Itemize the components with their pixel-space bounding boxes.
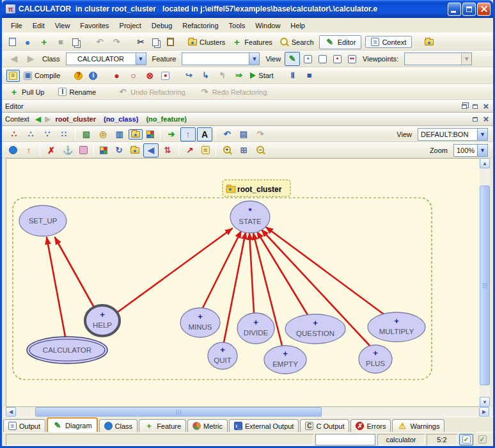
menu-item-debug[interactable]: Debug xyxy=(146,20,177,31)
tab-diagram[interactable]: ✎Diagram xyxy=(47,417,98,432)
rotate-icon[interactable]: ↻ xyxy=(111,143,127,157)
new-project-icon[interactable]: + xyxy=(36,35,52,49)
class-node-state[interactable]: *STATE xyxy=(230,201,270,233)
zoom-combo[interactable]: 100%▼ xyxy=(453,144,488,157)
tab-output[interactable]: ≡Output xyxy=(3,419,45,432)
inheritance-mode-icon[interactable]: ↑ xyxy=(180,127,196,141)
compile-status-icon[interactable]: ✓ xyxy=(475,434,489,445)
horizontal-scrollbar[interactable]: ◀ ▶ xyxy=(2,407,493,417)
create-inheritance-icon[interactable]: ↑ xyxy=(21,143,36,157)
maximize-button[interactable] xyxy=(462,3,476,16)
search-button[interactable]: Search xyxy=(276,35,317,49)
context-crumb-0[interactable]: root_cluster xyxy=(55,115,96,123)
erase-icon[interactable] xyxy=(77,144,90,156)
delete-icon[interactable]: ✗ xyxy=(43,143,59,157)
view-flat-icon[interactable]: • xyxy=(301,53,315,65)
class-node-calculator[interactable]: CALCULATOR xyxy=(27,337,107,364)
stop-icon[interactable]: ■ xyxy=(302,68,317,83)
class-relations-icon[interactable]: ∴ xyxy=(6,127,22,141)
maximize-context-icon[interactable] xyxy=(471,115,480,124)
tab-metric[interactable]: Metric xyxy=(187,419,228,432)
class-node-question[interactable]: +QUESTION xyxy=(285,314,345,344)
menu-item-refactoring[interactable]: Refactoring xyxy=(177,20,223,31)
text-labels-icon[interactable]: A xyxy=(197,127,212,141)
copy-icon[interactable] xyxy=(150,36,163,48)
order-links-icon[interactable]: ⇅ xyxy=(160,143,175,157)
step-into-icon[interactable]: ↳ xyxy=(198,68,213,83)
menu-item-help[interactable]: Help xyxy=(285,20,310,31)
pull-up-button[interactable]: +Pull Up xyxy=(6,85,47,99)
start-button[interactable]: Start xyxy=(248,70,276,81)
tab-errors[interactable]: ✗Errors xyxy=(350,419,391,432)
tab-class[interactable]: Class xyxy=(99,419,138,432)
menu-item-tools[interactable]: Tools xyxy=(224,20,251,31)
tab-external-output[interactable]: ›_External Output xyxy=(229,419,299,432)
inheritance-links-icon[interactable]: ∷ xyxy=(56,127,72,141)
save-as-icon[interactable] xyxy=(70,36,83,48)
external-commands-icon[interactable] xyxy=(422,37,436,47)
add-note-icon[interactable]: ≡ xyxy=(199,144,212,156)
menu-item-view[interactable]: View xyxy=(50,20,75,31)
class-combo[interactable]: CALCULATOR▼ xyxy=(66,52,146,65)
precompile-icon[interactable]: ? xyxy=(72,70,85,82)
view-editor-icon[interactable]: ✎ xyxy=(285,52,300,66)
menu-item-file[interactable]: File xyxy=(6,20,28,31)
menu-item-favorites[interactable]: Favorites xyxy=(75,20,114,31)
diagram-history-icon[interactable]: ▤ xyxy=(236,127,251,141)
tab-c-output[interactable]: CC Output xyxy=(300,419,349,432)
menu-item-edit[interactable]: Edit xyxy=(28,20,50,31)
enable-breakpoints-icon[interactable]: ● xyxy=(109,68,124,83)
compile-button[interactable]: ▣Compile xyxy=(21,70,63,82)
context-back-icon[interactable]: ◀ xyxy=(35,115,41,124)
view-clickable-icon[interactable] xyxy=(316,53,329,65)
debug-window-icon[interactable]: ● xyxy=(159,70,172,82)
tab-warnings[interactable]: ⚠Warnings xyxy=(392,419,444,432)
scroll-left-icon[interactable]: ◀ xyxy=(6,407,16,417)
crop-view-icon[interactable] xyxy=(128,145,142,156)
force-layout-icon[interactable]: ➔ xyxy=(164,127,179,141)
rename-button[interactable]: IRename xyxy=(56,86,98,98)
menu-item-window[interactable]: Window xyxy=(250,20,285,31)
class-node-plus[interactable]: +PLUS xyxy=(359,345,392,373)
diagram-undo-icon[interactable]: ↶ xyxy=(219,127,235,141)
viewpoints-combo-dropdown-icon[interactable]: ▼ xyxy=(461,53,471,65)
scroll-right-icon[interactable]: ▶ xyxy=(479,407,489,417)
class-node-set_up[interactable]: SET_UP xyxy=(19,205,67,236)
class-node-empty[interactable]: +EMPTY xyxy=(264,346,306,374)
project-settings-icon[interactable]: ≡ xyxy=(6,70,20,82)
export-document-icon[interactable]: ◎ xyxy=(95,127,111,141)
new-window-icon[interactable] xyxy=(6,36,19,48)
viewpoints-combo[interactable]: ▼ xyxy=(404,52,472,65)
pause-icon[interactable]: Ⅱ xyxy=(285,68,301,83)
horizontal-scroll-thumb[interactable] xyxy=(35,407,322,417)
create-class-icon[interactable] xyxy=(6,144,20,156)
run-ignore-breakpoints-icon[interactable]: ⇒ xyxy=(231,68,246,83)
close-pane-icon[interactable] xyxy=(482,102,491,111)
zoom-combo-dropdown-icon[interactable]: ▼ xyxy=(477,145,487,156)
move-anchor-icon[interactable]: ↗ xyxy=(182,143,198,157)
vertical-scroll-thumb[interactable] xyxy=(480,186,490,385)
diagram-view-combo-dropdown-icon[interactable]: ▼ xyxy=(477,129,487,140)
class-node-multiply[interactable]: +MULTIPLY xyxy=(368,312,425,342)
minimize-button[interactable] xyxy=(448,3,461,16)
diagram-view-combo[interactable]: DEFAULT:BON▼ xyxy=(418,128,488,141)
link-direction-icon[interactable]: ◀ xyxy=(143,143,159,157)
view-contract-icon[interactable]: • xyxy=(331,53,344,65)
scroll-down-icon[interactable]: ▼ xyxy=(480,397,490,407)
class-node-minus[interactable]: +MINUS xyxy=(180,308,220,337)
project-info-icon[interactable]: i xyxy=(86,70,100,82)
cluster-view-icon[interactable] xyxy=(129,129,143,140)
cluster-label[interactable]: root_cluster xyxy=(223,180,290,196)
scroll-up-icon[interactable]: ▲ xyxy=(480,158,490,168)
clusters-button[interactable]: Clusters xyxy=(185,36,228,48)
feature-combo-dropdown-icon[interactable]: ▼ xyxy=(249,53,259,65)
class-node-help[interactable]: +HELP xyxy=(85,305,120,336)
disable-breakpoints-icon[interactable]: ○ xyxy=(125,68,141,83)
tab-feature[interactable]: +Feature xyxy=(139,419,186,432)
client-supplier-links-icon[interactable]: ∵ xyxy=(40,127,55,141)
remove-anchor-icon[interactable]: ⚓ xyxy=(60,143,75,157)
class-node-quit[interactable]: +QUIT xyxy=(208,342,237,369)
url-document-icon[interactable]: ▥ xyxy=(112,127,127,141)
diagram-canvas[interactable]: SET_UP*STATE+HELPCALCULATOR+MINUS+QUIT+D… xyxy=(6,158,480,407)
context-toggle-button[interactable]: ≡Context xyxy=(365,36,412,48)
